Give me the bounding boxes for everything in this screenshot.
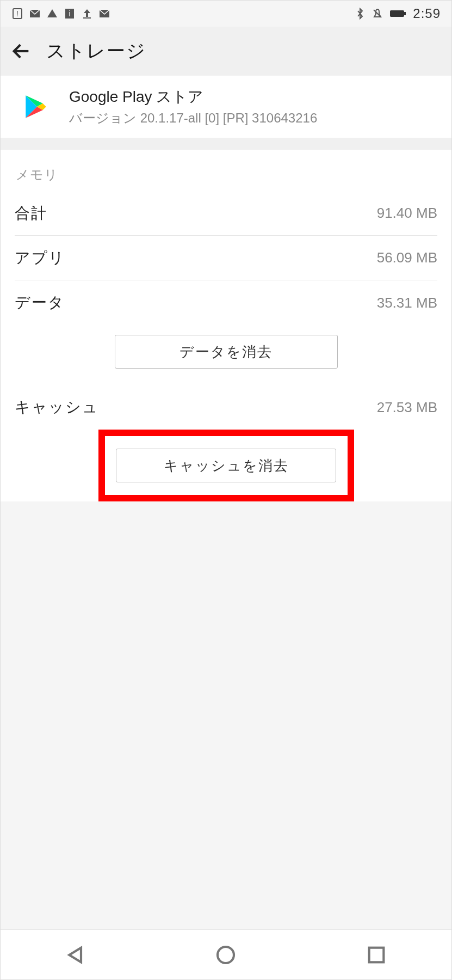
memory-section-label: メモリ — [15, 150, 437, 191]
statusbar-right-icons: 2:59 — [354, 6, 441, 21]
highlight-annotation: キャッシュを消去 — [98, 430, 354, 501]
navigation-bar — [1, 929, 451, 979]
info-icon: i — [64, 8, 76, 20]
status-bar: ! i 2:59 — [1, 1, 451, 27]
statusbar-left-icons: ! i — [11, 8, 110, 20]
warning-icon: ! — [11, 8, 23, 20]
svg-rect-6 — [83, 17, 91, 19]
svg-marker-16 — [69, 947, 81, 962]
bluetooth-icon — [354, 8, 366, 20]
nav-home-icon[interactable] — [215, 944, 237, 966]
row-data-label: データ — [15, 292, 65, 313]
drive-icon — [46, 8, 58, 20]
mail-icon — [29, 8, 41, 20]
play-store-icon — [22, 93, 49, 120]
app-version: バージョン 20.1.17-all [0] [PR] 310643216 — [69, 109, 317, 127]
row-app: アプリ 56.09 MB — [15, 236, 437, 280]
row-cache-value: 27.53 MB — [377, 399, 437, 416]
row-cache: キャッシュ 27.53 MB — [15, 385, 437, 430]
row-total: 合計 91.40 MB — [15, 191, 437, 236]
row-data-value: 35.31 MB — [377, 295, 437, 311]
app-name: Google Play ストア — [69, 87, 317, 107]
battery-icon — [389, 8, 407, 20]
mail-icon-2 — [98, 8, 110, 20]
nav-recents-icon[interactable] — [366, 944, 387, 966]
svg-marker-3 — [47, 9, 57, 17]
nav-back-icon[interactable] — [65, 944, 86, 966]
app-info-header: Google Play ストア バージョン 20.1.17-all [0] [P… — [1, 76, 451, 138]
row-total-value: 91.40 MB — [377, 205, 437, 222]
row-cache-label: キャッシュ — [15, 397, 99, 418]
clear-cache-button[interactable]: キャッシュを消去 — [116, 449, 336, 482]
svg-text:i: i — [69, 9, 70, 18]
title-bar: ストレージ — [1, 27, 451, 76]
storage-details: メモリ 合計 91.40 MB アプリ 56.09 MB データ 35.31 M… — [1, 150, 451, 501]
svg-rect-18 — [369, 947, 383, 962]
row-app-value: 56.09 MB — [377, 249, 437, 266]
clear-data-button[interactable]: データを消去 — [115, 335, 338, 369]
page-title: ストレージ — [46, 39, 146, 64]
row-data: データ 35.31 MB — [15, 280, 437, 325]
svg-text:!: ! — [16, 9, 18, 18]
mute-icon — [371, 8, 383, 20]
status-clock: 2:59 — [413, 6, 441, 21]
svg-rect-9 — [390, 10, 404, 17]
back-arrow-icon[interactable] — [10, 40, 32, 62]
section-divider — [1, 138, 451, 150]
row-total-label: 合計 — [15, 203, 47, 224]
row-app-label: アプリ — [15, 248, 65, 268]
svg-point-17 — [218, 947, 234, 963]
upload-icon — [81, 8, 93, 20]
svg-rect-10 — [404, 12, 406, 15]
